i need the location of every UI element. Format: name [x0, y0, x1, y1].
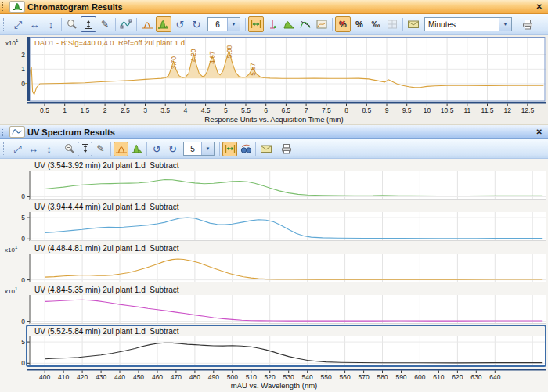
panel-title: UV Spectrum Results [27, 128, 115, 137]
export-overlay-button[interactable] [258, 142, 273, 156]
signal-curve-button[interactable] [118, 16, 134, 32]
zoom-level-combobox[interactable]: 6 ▼ [207, 17, 240, 31]
expand-vertical-button[interactable]: ↕ [43, 16, 59, 32]
svg-text:550: 550 [321, 373, 332, 381]
fit-horizontal-button[interactable] [222, 142, 237, 156]
titlebar-grip[interactable] [2, 2, 5, 11]
baseline-window-button[interactable] [314, 16, 330, 32]
svg-text:540: 540 [302, 373, 313, 381]
uv-spectrum-plot-5[interactable]: 05 [2, 336, 546, 367]
peak-skim-button[interactable] [297, 16, 313, 32]
uv-spectrum-panel: UV Spectrum Results ✕ ⤢ ↔ ↕ ✎ ↺ [0, 125, 548, 392]
uv-spectrum-plot-1[interactable]: 0 [2, 171, 546, 201]
expand-horizontal-button[interactable]: ↔ [26, 142, 41, 156]
chromatogram-plot[interactable]: 3.704.204.675.085.670120.511.522.533.544… [2, 37, 546, 113]
annotate-button[interactable]: ✎ [97, 16, 113, 32]
pen-icon: ✎ [101, 20, 109, 29]
export-overlay-button[interactable] [406, 16, 421, 32]
peak-outline-button[interactable] [114, 142, 128, 156]
svg-text:5: 5 [21, 214, 25, 221]
svg-text:11: 11 [463, 106, 470, 114]
toolbar-grip[interactable] [3, 142, 6, 155]
undo-button[interactable]: ↺ [150, 142, 164, 156]
separator [59, 142, 59, 156]
svg-text:580: 580 [377, 373, 388, 381]
svg-text:5: 5 [224, 106, 228, 114]
normalize-button[interactable] [384, 16, 400, 32]
expand-horizontal-button[interactable]: ↔ [27, 16, 42, 32]
svg-text:8: 8 [344, 106, 348, 114]
expand-diagonal-button[interactable]: ⤢ [10, 142, 25, 156]
peak-fill-button[interactable] [129, 142, 144, 156]
undo-button[interactable]: ↺ [172, 16, 188, 32]
svg-text:510: 510 [246, 373, 257, 381]
spectrum-search-button[interactable] [238, 142, 253, 156]
svg-text:0: 0 [21, 359, 25, 367]
svg-text:500: 500 [227, 373, 238, 381]
print-button[interactable] [279, 142, 294, 156]
peak-green-button[interactable] [281, 16, 297, 32]
signal-label: DAD1 - B:Sig=440.0,4.0 Ref=off 2ul plant… [34, 38, 185, 47]
printer-icon [521, 18, 534, 31]
svg-text:3.5: 3.5 [160, 106, 170, 114]
unit-value: Minutes [425, 20, 499, 29]
svg-text:560: 560 [340, 373, 351, 381]
zoom-out-button[interactable] [62, 142, 77, 156]
separator [255, 142, 256, 156]
svg-text:430: 430 [96, 373, 106, 381]
baseline-window-icon [315, 18, 328, 31]
uv-spectrum-plot-2[interactable]: 05 [2, 212, 546, 243]
spectrum-label: UV (3.94-4.44 min) 2ul plant 1.d Subtrac… [34, 203, 179, 211]
svg-text:600: 600 [414, 373, 425, 381]
expand-vertical-button[interactable]: ↕ [41, 142, 56, 156]
svg-text:0: 0 [21, 192, 25, 200]
svg-text:570: 570 [359, 373, 370, 381]
undo-icon: ↺ [153, 144, 161, 154]
toolbar-grip[interactable] [3, 18, 6, 31]
expand-vertical-icon: ↕ [49, 20, 54, 30]
app-window: Chromatogram Results ✕ ⤢ ↔ ↕ ✎ [0, 0, 548, 392]
zoom-out-button[interactable] [64, 16, 80, 32]
unit-combobox[interactable]: Minutes ▼ [424, 17, 512, 31]
fit-horizontal-button[interactable] [248, 16, 264, 32]
svg-text:7: 7 [305, 106, 308, 114]
percent-off-button[interactable]: % ✕ [335, 16, 351, 32]
dropdown-arrow-icon[interactable]: ▼ [499, 18, 511, 31]
uv-toolbar: ⤢ ↔ ↕ ✎ ↺ ↻ 5 ▼ [0, 139, 548, 159]
x-axis-title: mAU vs. Wavelength (nm) [0, 381, 548, 390]
magnifier-minus-icon [63, 142, 76, 155]
svg-text:4: 4 [184, 106, 188, 114]
dropdown-arrow-icon[interactable]: ▼ [227, 18, 240, 31]
zoom-level-value: 6 [208, 20, 227, 29]
peak-outline-button[interactable] [139, 16, 155, 32]
fit-vertical-button[interactable] [81, 16, 96, 32]
uv-spectrum-plot-4[interactable]: 0 [2, 295, 546, 325]
red-cross-icon: ✕ [339, 20, 345, 27]
svg-text:460: 460 [152, 373, 163, 381]
close-icon[interactable]: ✕ [535, 2, 544, 11]
spectrum-glyph [12, 128, 23, 136]
zoom-level-combobox[interactable]: 5 ▼ [183, 142, 215, 156]
peak-fill-button[interactable] [156, 16, 171, 32]
titlebar-grip[interactable] [2, 128, 5, 136]
dropdown-arrow-icon[interactable]: ▼ [201, 142, 214, 155]
expand-diagonal-button[interactable]: ⤢ [10, 16, 26, 32]
svg-text:0: 0 [21, 235, 25, 243]
permille-button[interactable]: ‰ [368, 16, 384, 32]
separator [276, 142, 276, 156]
magnifier-minus-icon [66, 18, 78, 31]
uv-spectrum-plot-3[interactable]: 0 [2, 254, 546, 284]
svg-text:2: 2 [103, 106, 107, 114]
svg-text:610: 610 [433, 373, 444, 381]
redo-button[interactable]: ↻ [189, 16, 204, 32]
annotate-button[interactable]: ✎ [93, 142, 108, 156]
redo-button[interactable]: ↻ [165, 142, 180, 156]
percent-button[interactable]: % [352, 16, 367, 32]
print-button[interactable] [520, 16, 535, 32]
svg-text:440: 440 [114, 373, 125, 381]
close-icon[interactable]: ✕ [535, 128, 544, 136]
fit-vertical-button[interactable] [78, 142, 92, 156]
peak-width-button[interactable] [265, 16, 280, 32]
peak-green-icon [283, 18, 295, 31]
expand-diagonal-icon: ⤢ [13, 144, 21, 154]
